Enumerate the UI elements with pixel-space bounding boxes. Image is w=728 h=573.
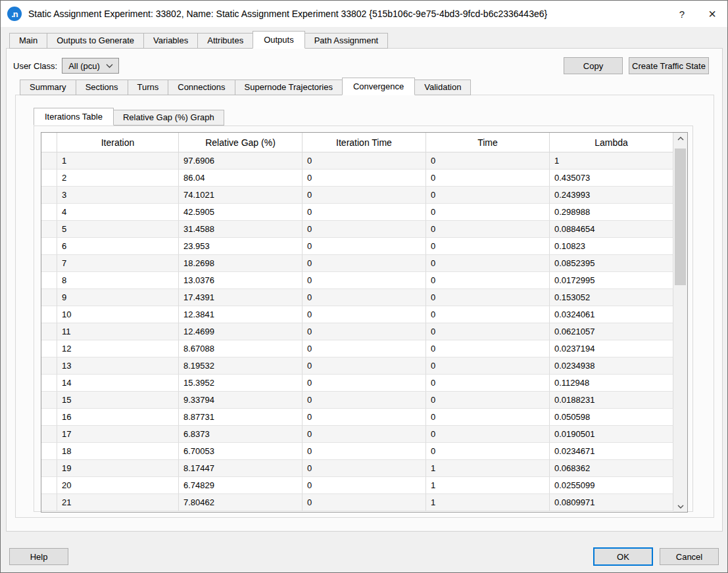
iteration-cell: 19: [57, 460, 179, 477]
tab-item[interactable]: Sections: [76, 80, 128, 95]
table-row[interactable]: 10 12.3841 0 0 0.0324061: [41, 306, 673, 323]
table-row[interactable]: 8 13.0376 0 0 0.0172995: [41, 272, 673, 289]
table-row[interactable]: 11 12.4699 0 0 0.0621057: [41, 323, 673, 340]
relative-gap-cell: 86.04: [179, 170, 303, 187]
tab-item[interactable]: Convergence: [342, 78, 415, 95]
table-row[interactable]: 18 6.70053 0 0 0.0234671: [41, 443, 673, 460]
table-row[interactable]: 21 7.80462 0 1 0.0809971: [41, 494, 673, 511]
iteration-time-cell: 0: [303, 375, 426, 392]
time-cell: 0: [426, 272, 550, 289]
row-header-corner: [41, 133, 57, 152]
row-header-cell: [41, 152, 57, 170]
table-row[interactable]: 20 6.74829 0 1 0.0255099: [41, 477, 673, 494]
relative-gap-cell: 12.3841: [179, 306, 303, 323]
scrollbar-down-icon[interactable]: [673, 501, 687, 512]
relative-gap-cell: 97.6906: [179, 152, 303, 170]
table-row[interactable]: 6 23.953 0 0 0.10823: [41, 238, 673, 255]
tab-item[interactable]: Outputs: [253, 31, 305, 49]
table-row[interactable]: 5 31.4588 0 0 0.0884654: [41, 221, 673, 238]
relative-gap-cell: 6.8373: [179, 426, 303, 443]
table-row[interactable]: 7 18.2698 0 0 0.0852395: [41, 255, 673, 272]
lambda-cell: 0.0234938: [550, 357, 673, 375]
time-cell: 0: [426, 170, 550, 187]
row-header-cell: [41, 204, 57, 221]
column-header[interactable]: Time: [426, 133, 550, 152]
tab-item[interactable]: Attributes: [197, 33, 253, 49]
lambda-cell: 0.0884654: [550, 221, 673, 238]
close-icon[interactable]: ×: [697, 1, 727, 27]
table-body: 1 97.6906 0 0 1 2 86.04: [41, 152, 673, 511]
cancel-button[interactable]: Cancel: [660, 548, 719, 565]
table-row[interactable]: 3 74.1021 0 0 0.243993: [41, 187, 673, 204]
iteration-time-cell: 0: [303, 340, 426, 357]
iteration-time-cell: 0: [303, 255, 426, 272]
iteration-cell: 1: [57, 152, 179, 170]
relative-gap-cell: 31.4588: [179, 221, 303, 238]
column-header[interactable]: Relative Gap (%): [179, 133, 303, 152]
user-class-label: User Class:: [13, 61, 57, 71]
copy-button[interactable]: Copy: [564, 57, 623, 74]
table-row[interactable]: 13 8.19532 0 0 0.0234938: [41, 357, 673, 375]
time-cell: 0: [426, 409, 550, 426]
scrollbar-thumb[interactable]: [675, 149, 686, 285]
iteration-time-cell: 0: [303, 323, 426, 340]
tab-item[interactable]: Variables: [143, 33, 198, 49]
lambda-cell: 0.0809971: [550, 494, 673, 511]
column-header[interactable]: Iteration Time: [303, 133, 426, 152]
iteration-time-cell: 0: [303, 477, 426, 494]
time-cell: 0: [426, 426, 550, 443]
relative-gap-cell: 17.4391: [179, 289, 303, 306]
row-header-cell: [41, 323, 57, 340]
iteration-time-cell: 0: [303, 289, 426, 306]
row-header-cell: [41, 289, 57, 306]
table-row[interactable]: 2 86.04 0 0 0.435073: [41, 170, 673, 187]
relative-gap-cell: 8.67088: [179, 340, 303, 357]
iteration-cell: 15: [57, 392, 179, 409]
relative-gap-cell: 6.74829: [179, 477, 303, 494]
tab-item[interactable]: Relative Gap (%) Graph: [113, 110, 224, 126]
table-row[interactable]: 16 8.87731 0 0 0.050598: [41, 409, 673, 426]
user-class-value: All (pcu): [68, 61, 100, 71]
row-header-cell: [41, 460, 57, 477]
tab-item[interactable]: Main: [9, 33, 47, 49]
vertical-scrollbar[interactable]: [673, 133, 687, 512]
relative-gap-cell: 74.1021: [179, 187, 303, 204]
time-cell: 0: [426, 392, 550, 409]
lambda-cell: 0.243993: [550, 187, 673, 204]
table-row[interactable]: 4 42.5905 0 0 0.298988: [41, 204, 673, 221]
tab-item[interactable]: Path Assignment: [304, 33, 389, 49]
column-header[interactable]: Iteration: [57, 133, 179, 152]
table-row[interactable]: 15 9.33794 0 0 0.0188231: [41, 392, 673, 409]
column-header[interactable]: Lambda: [550, 133, 673, 152]
time-cell: 1: [426, 477, 550, 494]
row-header-cell: [41, 221, 57, 238]
scrollbar-track[interactable]: [673, 144, 687, 501]
tab-item[interactable]: Summary: [20, 80, 76, 95]
table-row[interactable]: 1 97.6906 0 0 1: [41, 152, 673, 170]
help-icon[interactable]: ?: [667, 1, 697, 27]
ok-button[interactable]: OK: [593, 547, 653, 566]
outputs-tab-pane: User Class: All (pcu) Copy Create Traffi…: [6, 48, 723, 532]
table-row[interactable]: 19 8.17447 0 1 0.068362: [41, 460, 673, 477]
lambda-cell: 0.0255099: [550, 477, 673, 494]
time-cell: 0: [426, 306, 550, 323]
tab-item[interactable]: Turns: [128, 80, 169, 95]
tab-item[interactable]: Validation: [414, 80, 471, 95]
table-row[interactable]: 12 8.67088 0 0 0.0237194: [41, 340, 673, 357]
iteration-cell: 4: [57, 204, 179, 221]
tab-item[interactable]: Supernode Trajectories: [235, 80, 343, 95]
relative-gap-cell: 8.19532: [179, 357, 303, 375]
user-class-select[interactable]: All (pcu): [62, 58, 119, 74]
table-row[interactable]: 17 6.8373 0 0 0.0190501: [41, 426, 673, 443]
table-row[interactable]: 9 17.4391 0 0 0.153052: [41, 289, 673, 306]
tab-item[interactable]: Outputs to Generate: [47, 33, 144, 49]
iteration-cell: 13: [57, 357, 179, 375]
tab-item[interactable]: Iterations Table: [34, 108, 114, 126]
iteration-time-cell: 0: [303, 460, 426, 477]
table-row[interactable]: 14 15.3952 0 0 0.112948: [41, 375, 673, 392]
tab-item[interactable]: Connections: [168, 80, 235, 95]
create-traffic-state-button[interactable]: Create Traffic State: [629, 57, 709, 74]
scrollbar-up-icon[interactable]: [673, 133, 687, 144]
iteration-cell: 12: [57, 340, 179, 357]
help-button[interactable]: Help: [9, 548, 68, 565]
